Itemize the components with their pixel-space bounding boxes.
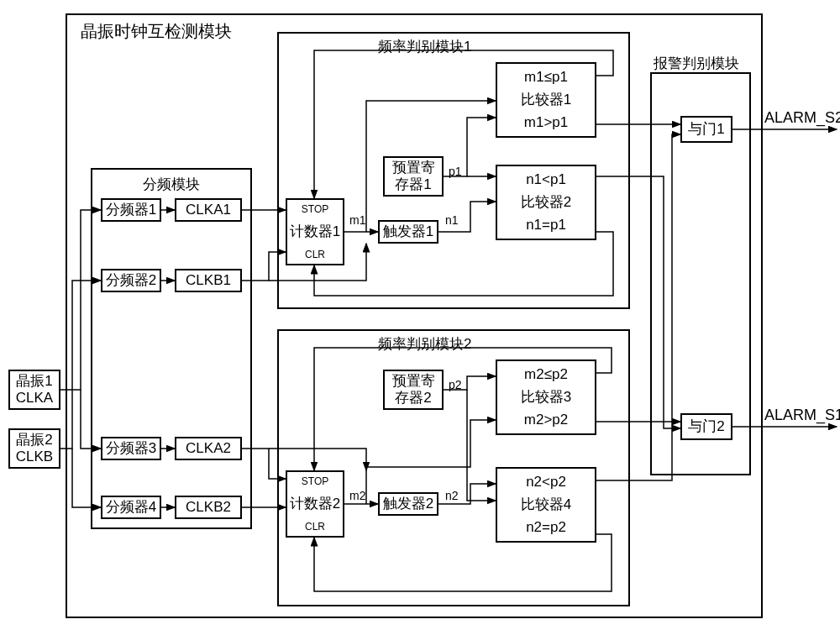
comp3-name: 比较器3 [521, 389, 571, 406]
n2-label: n2 [445, 489, 459, 502]
trigger1: 触发器1 [378, 220, 438, 244]
m2-label: m2 [349, 489, 365, 502]
alarm-out2: ALARM_S1 [764, 407, 840, 424]
osc1-box: 晶振1 CLKA [8, 370, 60, 410]
outer-title: 晶振时钟互检测模块 [81, 20, 232, 43]
freq2-title: 频率判别模块2 [378, 334, 471, 354]
m1-label: m1 [349, 213, 365, 227]
counter1-name: 计数器1 [290, 223, 340, 240]
n1-label: n1 [445, 213, 459, 227]
comp1-lower: m1>p1 [524, 114, 568, 131]
and1: 与门1 [680, 116, 732, 143]
alarm-title: 报警判别模块 [654, 54, 739, 73]
comp2: n1<p1 比较器2 n1=p1 [496, 165, 596, 240]
counter1-clr: CLR [305, 249, 325, 260]
comp3: m2≤p2 比较器3 m2>p2 [496, 359, 596, 435]
divider-module [91, 168, 252, 529]
osc2-name: 晶振2 [16, 432, 52, 449]
comp2-upper: n1<p1 [526, 171, 566, 188]
preset2-l2: 存器2 [395, 390, 431, 407]
counter2-clr: CLR [305, 521, 325, 533]
comp1: m1≤p1 比较器1 m1>p1 [496, 62, 596, 138]
counter1: STOP 计数器1 CLR [286, 198, 344, 265]
comp4-name: 比较器4 [521, 496, 571, 513]
preset2: 预置寄 存器2 [383, 370, 444, 410]
div4: 分频器4 [101, 496, 161, 519]
preset1-l2: 存器1 [395, 176, 431, 193]
alarm-out1: ALARM_S2 [764, 109, 840, 127]
counter2-name: 计数器2 [290, 496, 340, 512]
osc1-signal: CLKA [16, 390, 53, 407]
p1-label: p1 [449, 165, 462, 178]
preset2-l1: 预置寄 [392, 373, 435, 390]
divider-title: 分频模块 [143, 175, 200, 194]
counter1-stop: STOP [302, 203, 328, 215]
comp3-lower: m2>p2 [524, 412, 568, 428]
trigger2: 触发器2 [378, 492, 438, 516]
preset1-l1: 预置寄 [392, 160, 435, 176]
clkb2: CLKB2 [175, 496, 242, 519]
p2-label: p2 [449, 378, 462, 391]
osc2-box: 晶振2 CLKB [8, 428, 60, 469]
comp2-lower: n1=p1 [526, 217, 566, 234]
counter2-stop: STOP [302, 475, 328, 487]
comp4-upper: n2<p2 [526, 474, 566, 491]
clka1: CLKA1 [175, 198, 242, 222]
clkb1: CLKB1 [175, 269, 242, 292]
div3: 分频器3 [101, 437, 161, 460]
preset1: 预置寄 存器1 [383, 156, 444, 197]
comp3-upper: m2≤p2 [524, 366, 568, 383]
and2: 与门2 [680, 413, 732, 440]
freq1-title: 频率判别模块1 [378, 37, 471, 56]
comp1-upper: m1≤p1 [524, 69, 568, 86]
osc2-signal: CLKB [16, 449, 53, 465]
comp4: n2<p2 比较器4 n2=p2 [496, 467, 596, 543]
osc1-name: 晶振1 [16, 373, 52, 390]
comp4-lower: n2=p2 [526, 519, 566, 536]
div2: 分频器2 [101, 269, 161, 292]
comp2-name: 比较器2 [521, 194, 571, 211]
comp1-name: 比较器1 [521, 92, 571, 108]
counter2: STOP 计数器2 CLR [286, 470, 344, 538]
clka2: CLKA2 [175, 437, 242, 460]
div1: 分频器1 [101, 198, 161, 222]
